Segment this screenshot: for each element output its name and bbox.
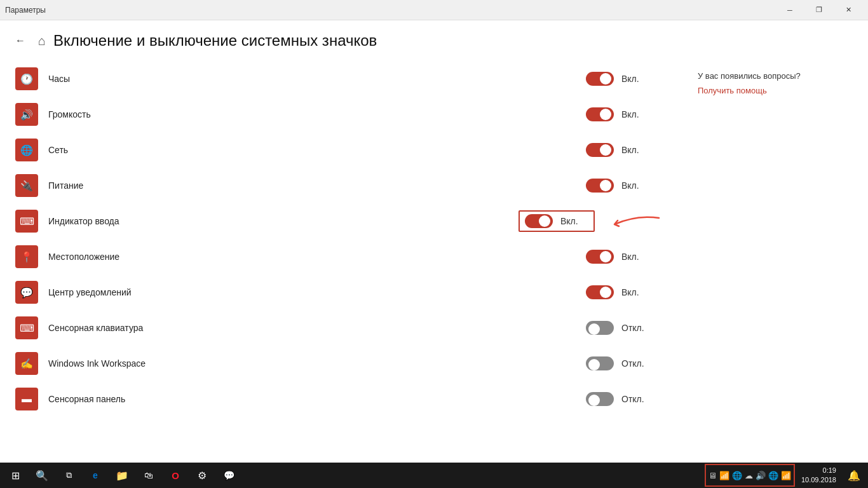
toggle-label-touch-panel: Откл.	[621, 394, 644, 404]
page-header: ← ⌂ Включение и выключение системных зна…	[0, 20, 868, 56]
taskbar: ⊞ 🔍 ⧉ e 📁 🛍 O ⚙ 💬 🖥 📶 🌐 ☁ 🔊 🌐 📶 0:19 10.…	[0, 463, 868, 488]
toggle-ink-workspace[interactable]	[586, 356, 614, 370]
titlebar-left: Параметры	[5, 6, 46, 15]
clock-time: 0:19	[823, 466, 836, 475]
back-button[interactable]: ←	[10, 30, 31, 51]
toggle-clock[interactable]	[586, 72, 614, 86]
feedback-icon[interactable]: 💬	[216, 463, 241, 488]
setting-row-notifications: 💬Центр уведомленийВкл.	[15, 274, 662, 310]
toggle-network[interactable]	[586, 143, 614, 157]
toggle-touch-keyboard[interactable]	[586, 321, 614, 335]
setting-icon-network: 🌐	[15, 139, 38, 161]
toggle-label-input: Вкл.	[560, 216, 578, 226]
setting-icon-power: 🔌	[15, 174, 38, 197]
toggle-label-ink-workspace: Откл.	[621, 358, 644, 369]
content-area: 🕐ЧасыВкл.🔊ГромкостьВкл.🌐СетьВкл.🔌Питание…	[0, 56, 868, 463]
taskview-button[interactable]: ⧉	[56, 463, 81, 488]
systray-icon-4[interactable]: ☁	[745, 471, 753, 480]
systray-icon-7[interactable]: 📶	[781, 471, 791, 480]
toggle-notifications[interactable]	[586, 285, 614, 299]
help-link[interactable]: Получить помощь	[698, 86, 767, 95]
toggle-area-touch-keyboard: Откл.	[586, 321, 662, 335]
arrow-annotation	[605, 212, 662, 231]
toggle-label-clock: Вкл.	[621, 74, 639, 84]
store-icon[interactable]: 🛍	[136, 463, 161, 488]
notification-center-button[interactable]: 🔔	[843, 464, 865, 487]
setting-icon-touch-keyboard: ⌨	[15, 316, 38, 339]
setting-row-ink-workspace: ✍Windows Ink WorkspaceОткл.	[15, 346, 662, 381]
toggle-area-location: Вкл.	[586, 250, 662, 264]
setting-icon-input: ⌨	[15, 210, 38, 233]
arrow-icon	[605, 212, 662, 231]
titlebar-controls: ─ ❐ ✕	[775, 0, 863, 20]
setting-row-touch-panel: ▬Сенсорная панельОткл.	[15, 381, 662, 417]
setting-name-network: Сеть	[48, 145, 576, 155]
toggle-location[interactable]	[586, 250, 614, 264]
setting-name-touch-panel: Сенсорная панель	[48, 394, 576, 404]
setting-icon-clock: 🕐	[15, 67, 38, 90]
toggle-label-network: Вкл.	[621, 145, 639, 155]
toggle-volume[interactable]	[586, 107, 614, 121]
taskbar-left: ⊞ 🔍 ⧉ e 📁 🛍 O ⚙ 💬	[3, 463, 241, 488]
help-question: У вас появились вопросы?	[698, 71, 848, 81]
toggle-area-input: Вкл.	[519, 210, 595, 232]
maximize-button[interactable]: ❐	[804, 0, 834, 20]
toggle-label-location: Вкл.	[621, 252, 639, 262]
taskbar-right: 🖥 📶 🌐 ☁ 🔊 🌐 📶 0:19 10.09.2018 🔔	[705, 464, 865, 487]
folder-icon[interactable]: 📁	[109, 463, 135, 488]
setting-row-network: 🌐СетьВкл.	[15, 132, 662, 168]
setting-row-volume: 🔊ГромкостьВкл.	[15, 97, 662, 132]
clock-area[interactable]: 0:19 10.09.2018	[796, 466, 841, 485]
systray: 🖥 📶 🌐 ☁ 🔊 🌐 📶	[705, 464, 795, 487]
toggle-area-ink-workspace: Откл.	[586, 356, 662, 370]
setting-row-input: ⌨Индикатор вводаВкл.	[15, 203, 662, 239]
sidebar-help: У вас появились вопросы? Получить помощь	[677, 56, 868, 463]
setting-icon-volume: 🔊	[15, 103, 38, 126]
toggle-label-volume: Вкл.	[621, 109, 639, 119]
systray-icon-5[interactable]: 🔊	[756, 471, 766, 480]
setting-icon-touch-panel: ▬	[15, 388, 38, 410]
toggle-label-power: Вкл.	[621, 180, 639, 191]
clock-date: 10.09.2018	[801, 475, 836, 485]
toggle-area-notifications: Вкл.	[586, 285, 662, 299]
toggle-input[interactable]	[525, 214, 553, 228]
setting-name-touch-keyboard: Сенсорная клавиатура	[48, 323, 576, 333]
toggle-area-volume: Вкл.	[586, 107, 662, 121]
edge-icon[interactable]: e	[83, 463, 108, 488]
toggle-label-notifications: Вкл.	[621, 287, 639, 297]
close-button[interactable]: ✕	[834, 0, 863, 20]
toggle-power[interactable]	[586, 179, 614, 193]
systray-icon-2[interactable]: 📶	[719, 471, 729, 480]
settings-list: 🕐ЧасыВкл.🔊ГромкостьВкл.🌐СетьВкл.🔌Питание…	[0, 56, 677, 463]
setting-icon-ink-workspace: ✍	[15, 352, 38, 375]
setting-name-power: Питание	[48, 180, 576, 191]
systray-icon-1[interactable]: 🖥	[709, 471, 717, 480]
search-button[interactable]: 🔍	[29, 463, 55, 488]
home-icon[interactable]: ⌂	[38, 34, 46, 48]
setting-name-input: Индикатор ввода	[48, 216, 508, 226]
titlebar: Параметры ─ ❐ ✕	[0, 0, 868, 20]
setting-row-touch-keyboard: ⌨Сенсорная клавиатураОткл.	[15, 310, 662, 346]
start-button[interactable]: ⊞	[3, 463, 28, 488]
systray-icon-3[interactable]: 🌐	[732, 471, 742, 480]
opera-icon[interactable]: O	[163, 463, 188, 488]
toggle-area-touch-panel: Откл.	[586, 392, 662, 406]
minimize-button[interactable]: ─	[775, 0, 804, 20]
setting-row-power: 🔌ПитаниеВкл.	[15, 168, 662, 203]
setting-icon-notifications: 💬	[15, 281, 38, 304]
systray-icon-6[interactable]: 🌐	[768, 471, 778, 480]
main-content: ← ⌂ Включение и выключение системных зна…	[0, 20, 868, 463]
toggle-area-clock: Вкл.	[586, 72, 662, 86]
setting-row-location: 📍МестоположениеВкл.	[15, 239, 662, 274]
toggle-label-touch-keyboard: Откл.	[621, 323, 644, 333]
setting-name-location: Местоположение	[48, 252, 576, 262]
setting-name-volume: Громкость	[48, 109, 576, 119]
setting-icon-location: 📍	[15, 245, 38, 268]
setting-name-ink-workspace: Windows Ink Workspace	[48, 358, 576, 369]
setting-name-clock: Часы	[48, 74, 576, 84]
page-title: Включение и выключение системных значков	[53, 32, 377, 50]
settings-icon[interactable]: ⚙	[189, 463, 215, 488]
titlebar-title: Параметры	[5, 6, 46, 15]
setting-row-clock: 🕐ЧасыВкл.	[15, 61, 662, 97]
toggle-touch-panel[interactable]	[586, 392, 614, 406]
